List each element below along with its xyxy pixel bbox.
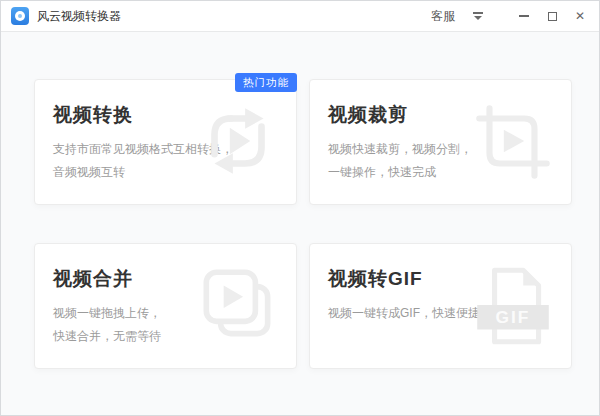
gif-file-icon: GIF [467,260,559,352]
maximize-button[interactable] [545,9,559,23]
minimize-button[interactable] [517,9,531,23]
close-icon: ✕ [575,10,585,22]
crop-play-icon [467,96,559,188]
app-title: 风云视频转换器 [37,8,121,25]
app-window: 风云视频转换器 客服 ✕ 热门功能 视频转换 支持市面常见视频格式互相转换， 音… [0,0,600,416]
app-logo-icon [11,7,29,25]
close-button[interactable]: ✕ [573,9,587,23]
maximize-icon [548,12,557,21]
card-video-crop[interactable]: 视频裁剪 视频快速裁剪，视频分割， 一键操作，快速完成 [309,79,572,205]
card-video-to-gif[interactable]: 视频转GIF 视频一键转成GIF，快速便捷 GIF [309,243,572,369]
stacked-videos-play-icon [192,260,284,352]
convert-loop-play-icon [192,96,284,188]
card-video-convert[interactable]: 热门功能 视频转换 支持市面常见视频格式互相转换， 音频视频互转 [34,79,297,205]
minimize-icon [519,15,529,17]
svg-text:GIF: GIF [495,307,530,327]
hot-feature-badge: 热门功能 [235,73,297,92]
customer-service-link[interactable]: 客服 [431,8,455,25]
card-video-merge[interactable]: 视频合并 视频一键拖拽上传， 快速合并，无需等待 [34,243,297,369]
menu-dropdown-icon[interactable] [471,10,485,22]
titlebar: 风云视频转换器 客服 ✕ [1,1,599,32]
main-area: 热门功能 视频转换 支持市面常见视频格式互相转换， 音频视频互转 [1,32,599,415]
feature-grid: 热门功能 视频转换 支持市面常见视频格式互相转换， 音频视频互转 [34,79,570,369]
